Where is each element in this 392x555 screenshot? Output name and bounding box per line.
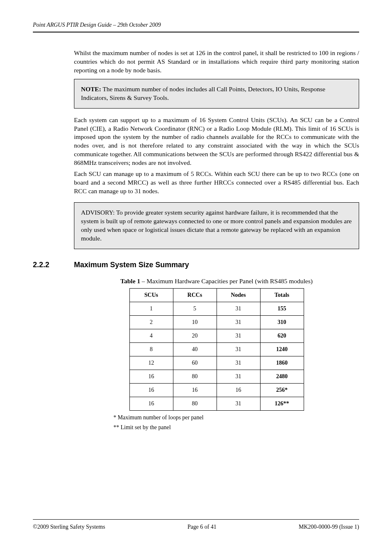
table-cell: 1 [129, 302, 173, 315]
table-row: 1680312480 [129, 370, 304, 383]
table-cell: 31 [217, 329, 260, 342]
note-box-max-nodes: NOTE: The maximum number of nodes includ… [74, 79, 359, 109]
table-cell: 5 [173, 302, 217, 315]
table-header-row: SCUs RCCs Nodes Totals [129, 288, 304, 302]
table-cell: 31 [217, 315, 260, 329]
table-cell: 16 [129, 383, 173, 397]
col-header-totals: Totals [260, 288, 304, 302]
paragraph-scu: Each system can support up to a maximum … [74, 116, 359, 168]
table-caption-text: Maximum Hardware Capacities per Panel (w… [147, 278, 313, 284]
page-footer: ©2009 Sterling Safety Systems Page 6 of … [33, 521, 359, 530]
note-text: The maximum number of nodes includes all… [81, 86, 325, 101]
paragraph-rcc: Each SCU can manage up to a maximum of 5… [74, 170, 359, 196]
col-header-rccs: RCCs [173, 288, 217, 302]
col-header-nodes: Nodes [217, 288, 260, 302]
advisory-text: To provide greater system security again… [81, 209, 352, 242]
table-cell: 80 [173, 397, 217, 410]
advisory-box: ADVISORY: To provide greater system secu… [74, 202, 359, 249]
table-row: 840311240 [129, 342, 304, 356]
table-cell: 16 [129, 397, 173, 410]
capacities-table: SCUs RCCs Nodes Totals 15311552103131042… [129, 288, 304, 411]
note-label: NOTE: [81, 86, 101, 92]
table-cell: 256* [260, 383, 304, 397]
table-cell: 620 [260, 329, 304, 342]
col-header-scus: SCUs [129, 288, 173, 302]
footnote-2: ** Limit set by the panel [113, 424, 359, 432]
table-cell: 4 [129, 329, 173, 342]
table-cell: 155 [260, 302, 304, 315]
table-cell: 10 [173, 315, 217, 329]
table-cell: 40 [173, 342, 217, 356]
table-cell: 20 [173, 329, 217, 342]
table-cell: 16 [173, 383, 217, 397]
table-cell: 2480 [260, 370, 304, 383]
table-cell: 8 [129, 342, 173, 356]
table-cell: 16 [129, 370, 173, 383]
header-rule [33, 32, 359, 32]
table-cell: 16 [217, 383, 260, 397]
footer-center: Page 6 of 41 [187, 524, 216, 530]
table-cell: 31 [217, 342, 260, 356]
footer-rule [33, 519, 359, 520]
table-row: 42031620 [129, 329, 304, 342]
paragraph-node-limit: Whilst the maximum number of nodes is se… [74, 49, 359, 75]
table-cell: 31 [217, 302, 260, 315]
footer-right: MK200-0000-99 (Issue 1) [299, 524, 359, 530]
advisory-label: ADVISORY: [81, 209, 115, 216]
table-cell: 2 [129, 315, 173, 329]
table-row: 1531155 [129, 302, 304, 315]
table-cell: 12 [129, 356, 173, 370]
footnote-1: * Maximum number of loops per panel [113, 414, 359, 422]
subsection-number: 2.2.2 [33, 261, 74, 269]
table-cell: 126** [260, 397, 304, 410]
table-row: 1260311860 [129, 356, 304, 370]
page-header: Point ARGUS PTIR Design Guide – 29th Oct… [33, 22, 359, 28]
table-cell: 31 [217, 370, 260, 383]
table-cell: 80 [173, 370, 217, 383]
table-row: 21031310 [129, 315, 304, 329]
footer-left: ©2009 Sterling Safety Systems [33, 524, 105, 530]
table-cell: 1240 [260, 342, 304, 356]
table-cell: 31 [217, 356, 260, 370]
table-caption-label: Table 1 [120, 278, 140, 284]
table-caption: Table 1 – Maximum Hardware Capacities pe… [74, 278, 359, 285]
table-cell: 31 [217, 397, 260, 410]
subsection-title: Maximum System Size Summary [74, 261, 359, 269]
table-cell: 1860 [260, 356, 304, 370]
table-row: 161616256* [129, 383, 304, 397]
table-row: 168031126** [129, 397, 304, 410]
table-cell: 310 [260, 315, 304, 329]
table-cell: 60 [173, 356, 217, 370]
